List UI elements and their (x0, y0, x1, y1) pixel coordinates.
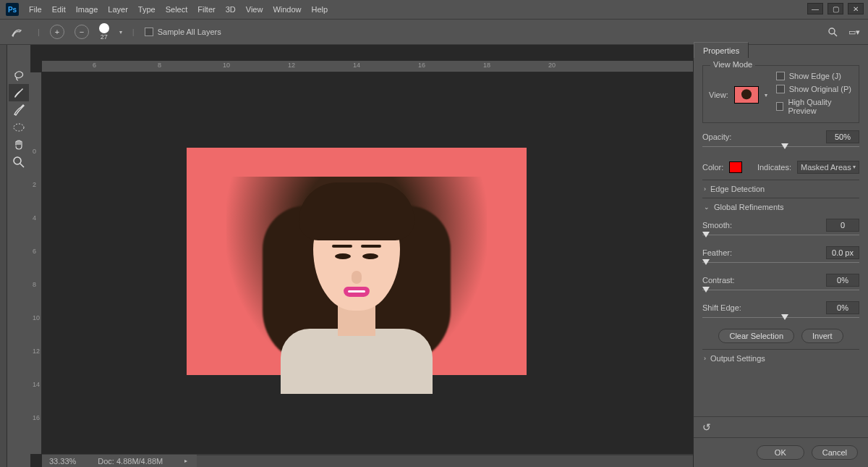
ruler-tick: 10 (223, 62, 230, 69)
ruler-tick: 8 (33, 281, 36, 288)
reset-icon[interactable]: ↺ (702, 421, 711, 433)
ok-button[interactable]: OK (757, 445, 804, 460)
horizontal-scrollbar[interactable] (197, 455, 693, 467)
refine-edge-brush-icon[interactable] (9, 101, 29, 119)
edge-detection-label: Edge Detection (710, 185, 765, 193)
search-icon[interactable] (826, 25, 839, 38)
overlay-color-swatch[interactable] (729, 161, 742, 173)
show-edge-label: Show Edge (J) (789, 72, 841, 80)
shift-edge-slider[interactable] (702, 317, 859, 321)
feather-label: Feather: (702, 248, 732, 257)
workspace-switcher-icon[interactable]: ▭▾ (848, 25, 861, 38)
ruler-tick: 16 (33, 414, 40, 421)
brush-tool-icon[interactable] (9, 84, 29, 101)
cancel-button[interactable]: Cancel (812, 445, 858, 460)
ruler-tick: 14 (33, 381, 40, 388)
menu-layer[interactable]: Layer (108, 5, 128, 14)
global-refinements-section[interactable]: ⌄Global Refinements (702, 198, 859, 216)
indicates-select[interactable]: Masked Areas▾ (797, 161, 859, 174)
chevron-down-icon[interactable]: ▾ (765, 92, 767, 98)
canvas-area: 6 8 10 12 14 16 18 20 0 2 4 6 8 10 12 14… (30, 45, 693, 467)
shift-edge-label: Shift Edge: (702, 303, 741, 312)
contrast-label: Contrast: (702, 276, 735, 285)
chevron-down-icon[interactable]: ▾ (119, 29, 122, 35)
add-to-selection-icon[interactable]: + (50, 25, 64, 39)
tool-preset-picker[interactable] (9, 26, 27, 38)
opacity-slider[interactable] (702, 146, 859, 151)
smooth-slider[interactable] (702, 235, 859, 239)
ruler-tick: 12 (33, 348, 40, 355)
feather-input[interactable]: 0.0 px (826, 246, 859, 259)
hand-tool-icon[interactable] (9, 136, 29, 153)
svg-line-1 (834, 33, 837, 36)
zoom-level[interactable]: 33.33% (49, 457, 76, 466)
svg-point-2 (14, 124, 24, 131)
svg-point-3 (14, 157, 21, 164)
menu-type[interactable]: Type (138, 5, 156, 14)
ruler-tick: 20 (548, 62, 556, 69)
menu-image[interactable]: Image (76, 5, 98, 14)
ruler-tick: 12 (288, 62, 295, 69)
horizontal-ruler[interactable]: 6 8 10 12 14 16 18 20 (42, 61, 693, 72)
zoom-tool-icon[interactable] (9, 153, 29, 171)
contrast-input[interactable]: 0% (826, 274, 859, 287)
menu-select[interactable]: Select (166, 5, 188, 14)
document-image (187, 148, 527, 375)
ruler-tick: 0 (33, 148, 36, 155)
menubar: Ps File Edit Image Layer Type Select Fil… (0, 0, 868, 19)
quick-select-tool-icon[interactable] (9, 119, 29, 136)
menu-file[interactable]: File (29, 5, 42, 14)
panel-collapse-strip[interactable] (0, 45, 7, 467)
opacity-input[interactable]: 50% (826, 130, 859, 143)
view-mode-title: View Mode (710, 60, 755, 69)
ruler-tick: 16 (418, 62, 425, 69)
brush-preset-picker[interactable]: 27 (99, 23, 109, 41)
indicates-label: Indicates: (757, 163, 791, 172)
window-minimize-button[interactable]: — (807, 3, 823, 14)
ruler-tick: 14 (353, 62, 360, 69)
color-label: Color: (702, 163, 723, 172)
clear-selection-button[interactable]: Clear Selection (718, 329, 794, 343)
hq-preview-checkbox[interactable]: High Quality Preview (776, 98, 853, 115)
smooth-input[interactable]: 0 (826, 219, 859, 232)
doc-info[interactable]: Doc: 4.88M/4.88M (98, 457, 163, 466)
window-maximize-button[interactable]: ▢ (827, 3, 843, 14)
menu-window[interactable]: Window (273, 5, 301, 14)
ruler-tick: 18 (483, 62, 490, 69)
sample-all-layers-checkbox[interactable]: Sample All Layers (145, 28, 221, 36)
shift-edge-input[interactable]: 0% (826, 301, 859, 314)
show-original-label: Show Original (P) (789, 85, 851, 93)
hq-preview-label: High Quality Preview (788, 98, 853, 115)
show-edge-checkbox[interactable]: Show Edge (J) (776, 72, 853, 80)
svg-point-0 (829, 28, 835, 34)
menu-3d[interactable]: 3D (226, 5, 236, 14)
properties-panel: Properties View Mode View: ▾ Show Edge (… (693, 45, 868, 467)
lasso-tool-icon[interactable] (9, 67, 29, 84)
tool-strip (7, 45, 30, 467)
invert-button[interactable]: Invert (801, 329, 843, 343)
view-label: View: (709, 91, 728, 99)
contrast-slider[interactable] (702, 290, 859, 294)
show-original-checkbox[interactable]: Show Original (P) (776, 85, 853, 93)
feather-slider[interactable] (702, 262, 859, 266)
output-settings-section[interactable]: ›Output Settings (702, 349, 859, 367)
ruler-tick: 2 (33, 181, 36, 188)
window-close-button[interactable]: ✕ (848, 3, 864, 14)
menu-help[interactable]: Help (312, 5, 328, 14)
panel-tab-properties[interactable]: Properties (694, 41, 868, 58)
ruler-tick: 6 (93, 62, 96, 69)
vertical-ruler[interactable]: 0 2 4 6 8 10 12 14 16 (30, 72, 42, 454)
output-settings-label: Output Settings (710, 354, 765, 363)
indicates-value: Masked Areas (801, 161, 851, 173)
opacity-label: Opacity: (702, 132, 731, 141)
view-thumbnail[interactable] (734, 86, 759, 104)
subtract-from-selection-icon[interactable]: − (75, 25, 89, 39)
menu-view[interactable]: View (246, 5, 263, 14)
canvas[interactable] (42, 72, 693, 454)
chevron-right-icon[interactable]: ▸ (184, 458, 187, 464)
app-logo: Ps (6, 3, 19, 16)
menu-edit[interactable]: Edit (52, 5, 66, 14)
edge-detection-section[interactable]: ›Edge Detection (702, 180, 859, 198)
menu-filter[interactable]: Filter (197, 5, 215, 14)
sample-all-layers-label: Sample All Layers (158, 28, 221, 36)
